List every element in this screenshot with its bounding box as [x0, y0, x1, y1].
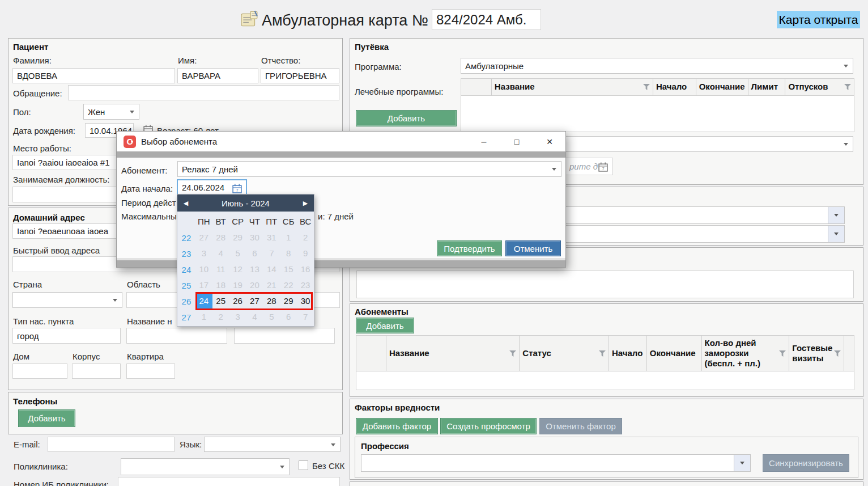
card-number-input[interactable]: 824/2024 Амб.	[432, 9, 541, 30]
filter-icon[interactable]	[509, 350, 516, 357]
settlement-name-field[interactable]	[126, 328, 227, 344]
lastname-field[interactable]: ВДОВЕВА	[12, 68, 175, 83]
day-cell[interactable]: 29	[229, 230, 246, 245]
day-cell[interactable]: 4	[212, 246, 229, 261]
day-cell[interactable]: 4	[246, 310, 263, 324]
day-cell[interactable]: 30	[246, 230, 263, 245]
filter-icon[interactable]	[779, 350, 786, 357]
day-cell[interactable]: 29	[280, 294, 297, 308]
polyclinic-select[interactable]	[121, 458, 290, 475]
card-status-badge[interactable]: Карта открыта	[777, 11, 860, 28]
maximize-button[interactable]: □	[508, 134, 526, 149]
program-select[interactable]: Амбулаторные	[461, 58, 853, 74]
country-select[interactable]	[12, 292, 122, 308]
day-cell[interactable]: 11	[212, 262, 229, 277]
day-cell[interactable]: 7	[297, 310, 314, 324]
next-month-icon[interactable]: ▶	[297, 195, 314, 212]
filter-icon[interactable]	[643, 84, 650, 90]
filter-icon[interactable]	[844, 84, 851, 90]
profession-select[interactable]	[361, 454, 751, 472]
day-cell[interactable]: 17	[195, 278, 212, 293]
day-cell[interactable]: 1	[195, 310, 212, 324]
calendar-week-row: 27 1 2 3 4 5 6 7	[177, 309, 314, 325]
day-cell[interactable]: 16	[297, 262, 314, 277]
table-col-guest-visits: Гостевые визиты	[789, 336, 844, 371]
day-cell[interactable]: 30	[297, 294, 314, 308]
settlement-type-field[interactable]: город	[12, 328, 121, 344]
day-cell[interactable]: 25	[212, 294, 229, 308]
day-cell-selected[interactable]: 24	[195, 294, 212, 308]
filter-icon[interactable]	[834, 350, 841, 357]
table-col-end: Окончание	[696, 79, 748, 95]
chevron-down-icon	[280, 466, 284, 468]
day-cell[interactable]: 9	[297, 246, 314, 261]
close-button[interactable]: ✕	[541, 134, 559, 149]
prev-month-icon[interactable]: ◀	[177, 195, 194, 212]
day-cell[interactable]: 5	[229, 246, 246, 261]
email-field[interactable]	[48, 437, 175, 452]
day-cell[interactable]: 28	[263, 294, 280, 308]
building-field[interactable]	[72, 364, 121, 379]
add-subscription-button[interactable]: Добавить	[356, 318, 414, 333]
day-cell[interactable]: 27	[195, 230, 212, 245]
day-cell[interactable]: 28	[212, 230, 229, 245]
day-cell[interactable]: 1	[280, 230, 297, 245]
no-skk-checkbox[interactable]	[299, 460, 308, 470]
day-cell[interactable]: 2	[297, 230, 314, 245]
ib-number-field[interactable]	[118, 477, 340, 486]
day-cell[interactable]: 10	[195, 262, 212, 277]
treatment-programs-label: Лечебные программы:	[355, 87, 443, 96]
day-cell[interactable]: 15	[280, 262, 297, 277]
day-cell[interactable]: 2	[212, 310, 229, 324]
cancel-button[interactable]: Отменить	[505, 240, 561, 256]
day-cell[interactable]: 3	[229, 310, 246, 324]
create-exam-button[interactable]: Создать профосмотр	[440, 418, 537, 434]
day-cell[interactable]: 26	[229, 294, 246, 308]
patient-title: Пациент	[13, 42, 48, 52]
day-cell[interactable]: 27	[246, 294, 263, 308]
day-cell[interactable]: 31	[263, 230, 280, 245]
max-days-fragment: и: 7 дней	[318, 212, 354, 221]
house-field[interactable]	[12, 364, 67, 379]
chevron-down-icon[interactable]	[734, 455, 750, 471]
apartment-field[interactable]	[126, 364, 175, 379]
calendar-icon[interactable]: 7	[598, 162, 608, 172]
day-cell[interactable]: 3	[195, 246, 212, 261]
confirm-button[interactable]: Подтвердить	[437, 240, 502, 256]
middlename-field[interactable]: ГРИГОРЬЕВНА	[261, 68, 339, 83]
subscription-select[interactable]: Релакс 7 дней	[177, 161, 561, 177]
day-cell[interactable]: 7	[263, 246, 280, 261]
language-select[interactable]	[204, 437, 341, 452]
day-cell[interactable]: 6	[246, 246, 263, 261]
chevron-down-icon[interactable]	[828, 226, 844, 242]
day-cell[interactable]: 23	[297, 278, 314, 293]
day-cell[interactable]: 8	[280, 246, 297, 261]
firstname-field[interactable]: ВАРВАРА	[177, 68, 258, 83]
day-cell[interactable]: 13	[246, 262, 263, 277]
table-col-blank	[356, 336, 386, 371]
no-skk-label: Без СКК	[312, 461, 344, 471]
gender-select[interactable]: Жен	[83, 104, 139, 120]
day-cell[interactable]: 19	[229, 278, 246, 293]
chevron-down-icon[interactable]	[828, 207, 844, 223]
notes-area	[356, 271, 854, 298]
add-factor-button[interactable]: Добавить фактор	[356, 418, 438, 434]
day-cell[interactable]: 14	[263, 262, 280, 277]
add-phone-button[interactable]: Добавить	[18, 409, 75, 427]
day-cell[interactable]: 6	[280, 310, 297, 324]
day-cell[interactable]: 5	[263, 310, 280, 324]
calendar-icon[interactable]: 7	[232, 184, 242, 193]
day-cell[interactable]: 18	[212, 278, 229, 293]
day-cell[interactable]: 20	[246, 278, 263, 293]
startdate-field[interactable]: 24.06.2024 7	[177, 179, 247, 196]
filter-icon[interactable]	[599, 350, 606, 357]
day-cell[interactable]: 12	[229, 262, 246, 277]
add-treatment-button[interactable]: Добавить	[356, 110, 457, 126]
salutation-field[interactable]	[68, 85, 339, 100]
day-cell[interactable]: 22	[280, 278, 297, 293]
minimize-button[interactable]: –	[475, 134, 493, 149]
day-cell[interactable]: 21	[263, 278, 280, 293]
calendar-week-row: 23 3 4 5 6 7 8 9	[177, 246, 314, 261]
settlement-extra-field[interactable]	[234, 328, 335, 344]
weekday-label: СБ	[280, 217, 297, 226]
